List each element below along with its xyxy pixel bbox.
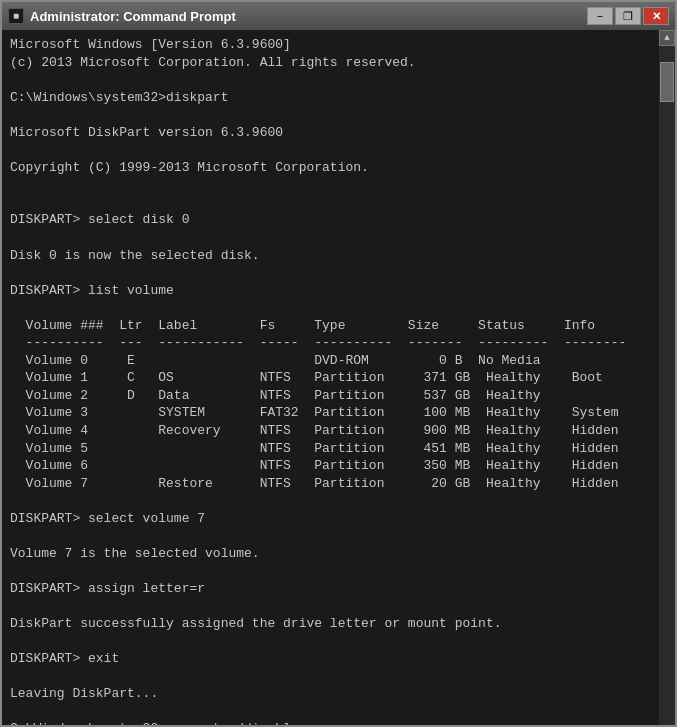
scrollbar-up-button[interactable]: ▲ xyxy=(659,30,675,46)
title-bar-text: Administrator: Command Prompt xyxy=(30,9,236,24)
title-bar: ■ Administrator: Command Prompt − ❐ ✕ xyxy=(2,2,675,30)
command-prompt-window: ■ Administrator: Command Prompt − ❐ ✕ Mi… xyxy=(0,0,677,727)
scrollbar[interactable]: ▲ xyxy=(659,30,675,725)
terminal-area: Microsoft Windows [Version 6.3.9600] (c)… xyxy=(2,30,675,725)
maximize-button[interactable]: ❐ xyxy=(615,7,641,25)
terminal-output[interactable]: Microsoft Windows [Version 6.3.9600] (c)… xyxy=(2,30,659,725)
scrollbar-thumb[interactable] xyxy=(660,62,674,102)
title-bar-left: ■ Administrator: Command Prompt xyxy=(8,8,236,24)
close-button[interactable]: ✕ xyxy=(643,7,669,25)
window-icon: ■ xyxy=(8,8,24,24)
title-bar-buttons: − ❐ ✕ xyxy=(587,7,669,25)
minimize-button[interactable]: − xyxy=(587,7,613,25)
